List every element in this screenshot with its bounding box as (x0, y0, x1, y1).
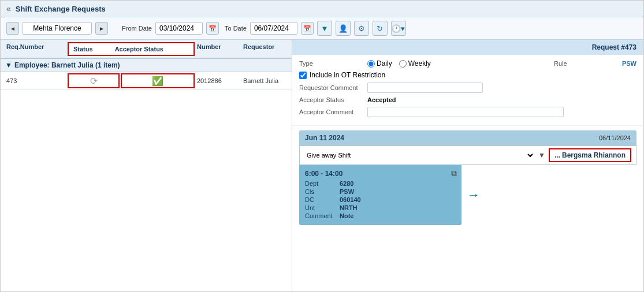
cell-number: 2012886 (195, 76, 241, 85)
from-date-label: From Date (122, 25, 152, 32)
to-date-input[interactable] (250, 22, 297, 35)
from-date-input[interactable] (155, 22, 203, 35)
col-header-requestor: Requestor (241, 42, 288, 56)
filter-button[interactable]: ▼ (317, 21, 332, 36)
include-ot-checkbox[interactable] (299, 72, 307, 79)
type-row: Type Daily Weekly Rule PSW (299, 59, 636, 68)
content-area: Req.Number Status Acceptor Status Number… (1, 40, 643, 291)
cell-status: ⟳ (68, 73, 120, 88)
date-card-value: 06/11/2024 (599, 134, 631, 141)
shift-time: 6:00 - 14:00 (305, 170, 456, 178)
type-radio-group: Daily Weekly (367, 59, 431, 68)
toolbar: ◄ Mehta Florence ► From Date 📅 To Date 📅… (1, 17, 643, 40)
shift-detail-cls: Cls PSW (305, 188, 456, 195)
to-date-calendar-button[interactable]: 📅 (301, 22, 314, 35)
cell-acceptor-status: ✅ (121, 73, 195, 88)
shift-type-dropdown[interactable]: Give away Shift (304, 151, 535, 159)
rule-label: Rule (554, 60, 617, 67)
table-row[interactable]: 473 ⟳ ✅ 2012886 Barnett Julia (1, 72, 292, 90)
shift-detail-comment: Comment Note (305, 212, 456, 219)
keys-button[interactable]: ⚙ (354, 21, 369, 36)
col-header-acceptor-status: Acceptor Status (113, 44, 166, 54)
type-label: Type (299, 60, 363, 67)
shift-info-area: ⧉ 6:00 - 14:00 Dept 6280 Cls PSW DC 0601… (299, 165, 636, 225)
dropdown-arrow-icon: ▼ (538, 151, 545, 159)
shift-detail-unt: Unt NRTH (305, 204, 456, 211)
radio-weekly[interactable]: Weekly (399, 59, 431, 68)
col-header-req-number: Req.Number (4, 42, 68, 56)
ellipsis-btn[interactable]: ... (554, 151, 560, 159)
right-panel: Request #473 Type Daily Weekly (292, 40, 643, 291)
to-date-label: To Date (225, 25, 247, 32)
refresh-button[interactable]: ↻ (373, 21, 388, 36)
from-date-calendar-button[interactable]: 📅 (206, 22, 219, 35)
shift-detail-dc: DC 060140 (305, 196, 456, 203)
acceptor-comment-label: Acceptor Comment (299, 108, 363, 115)
acceptor-name-box[interactable]: ... Bergsma Rhiannon (549, 148, 631, 162)
radio-daily-label: Daily (377, 59, 392, 68)
person-button[interactable]: 👤 (336, 21, 351, 36)
main-container: « Shift Exchange Requests ◄ Mehta Floren… (0, 0, 644, 292)
history-button[interactable]: 🕐▾ (391, 21, 406, 36)
acceptor-status-row: Acceptor Status Accepted (299, 96, 636, 103)
spinner-icon: ⟳ (90, 76, 98, 87)
left-panel: Req.Number Status Acceptor Status Number… (1, 40, 292, 291)
title-bar: « Shift Exchange Requests (1, 1, 643, 17)
date-card: Jun 11 2024 06/11/2024 (299, 130, 636, 145)
shift-selector-row: Give away Shift ▼ ... Bergsma Rhiannon (299, 145, 636, 165)
requestor-comment-label: Requestor Comment (299, 84, 363, 91)
col-header-status: Status (71, 44, 95, 54)
requestor-comment-input[interactable] (367, 83, 483, 93)
shift-detail-dept: Dept 6280 (305, 180, 456, 187)
date-card-label: Jun 11 2024 (305, 134, 344, 142)
table-header: Req.Number Status Acceptor Status Number… (1, 40, 292, 59)
cell-requestor: Barnett Julia (241, 76, 288, 85)
next-employee-button[interactable]: ► (95, 22, 108, 35)
employee-name-display: Mehta Florence (23, 22, 92, 35)
rule-value-link[interactable]: PSW (622, 60, 636, 67)
page-title: Shift Exchange Requests (16, 5, 106, 13)
acceptor-status-label: Acceptor Status (299, 96, 363, 103)
acceptor-name: Bergsma Rhiannon (562, 151, 626, 159)
prev-employee-button[interactable]: ◄ (6, 22, 19, 35)
acceptor-status-value: Accepted (367, 96, 396, 103)
radio-daily[interactable]: Daily (367, 59, 392, 68)
copy-icon[interactable]: ⧉ (451, 169, 457, 178)
accepted-icon: ✅ (152, 76, 163, 87)
requestor-comment-row: Requestor Comment (299, 83, 636, 93)
request-header: Request #473 (292, 40, 643, 55)
status-group-header: Status Acceptor Status (68, 42, 195, 56)
acceptor-comment-row: Acceptor Comment (299, 107, 636, 117)
collapse-icon[interactable]: « (6, 4, 11, 13)
radio-weekly-label: Weekly (408, 59, 431, 68)
col-header-number: Number (195, 42, 241, 56)
include-ot-row: Include in OT Restriction (299, 71, 636, 79)
radio-weekly-input[interactable] (399, 60, 407, 68)
cell-req-number: 473 (4, 76, 68, 85)
include-ot-label: Include in OT Restriction (310, 71, 385, 79)
employee-group-header: ▼ Employee: Barnett Julia (1 item) (1, 59, 292, 72)
acceptor-comment-input[interactable] (367, 107, 564, 117)
detail-section: Type Daily Weekly Rule PSW (292, 55, 643, 126)
arrow-icon: → (467, 188, 480, 203)
radio-daily-input[interactable] (367, 60, 375, 68)
shift-info-card: ⧉ 6:00 - 14:00 Dept 6280 Cls PSW DC 0601… (299, 165, 461, 225)
